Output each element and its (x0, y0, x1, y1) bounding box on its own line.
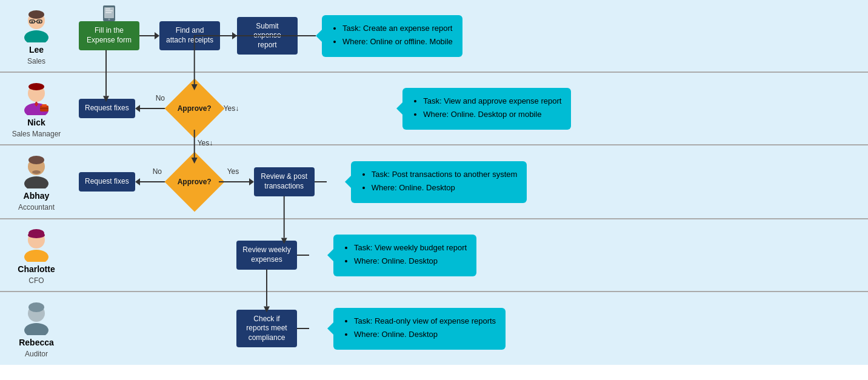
nick-decision: Approve? (170, 87, 219, 130)
nick-box1[interactable]: Request fixes (79, 99, 135, 118)
rebecca-flow: Check if reports meet compliance Task: R… (73, 292, 868, 365)
swimlane-abhay: Abhay Accountant Request fixes No Appr (0, 145, 868, 219)
svg-point-39 (24, 323, 48, 335)
actor-lee-name: Lee (29, 45, 44, 55)
nick-yes-label: Yes↓ (224, 104, 239, 113)
avatar-rebecca (18, 299, 55, 335)
lee-arrow1 (139, 32, 159, 39)
svg-point-34 (32, 170, 41, 174)
rebecca-box1[interactable]: Check if reports meet compliance (236, 310, 297, 348)
svg-point-38 (28, 232, 45, 238)
abhay-yes-label: Yes (225, 167, 242, 176)
abhay-arrow-yes: Yes (219, 178, 254, 185)
svg-point-33 (28, 156, 44, 164)
rebecca-arrow1 (297, 328, 309, 329)
abhay-box1[interactable]: Request fixes (79, 172, 135, 192)
avatar-charlotte (18, 225, 55, 262)
nick-callout: Task: View and approve expense report Wh… (402, 88, 571, 130)
charlotte-box1[interactable]: Review weekly expenses (236, 241, 297, 269)
actor-charlotte-role: CFO (28, 276, 44, 285)
avatar-lee (18, 6, 55, 42)
actor-charlotte: Charlotte CFO (0, 219, 73, 291)
avatar-abhay (18, 152, 55, 188)
svg-rect-29 (42, 104, 47, 107)
actor-nick-role: Sales Manager (12, 130, 61, 138)
nick-flow: Request fixes No Approve? Yes↓ (73, 75, 868, 142)
lee-box3[interactable]: Submit expense report (237, 17, 298, 55)
abhay-arrow3 (315, 181, 327, 182)
actor-abhay-role: Accountant (18, 203, 55, 212)
svg-point-10 (24, 30, 48, 42)
charlotte-arrow1 (297, 255, 309, 256)
svg-point-27 (28, 83, 44, 90)
abhay-no-label: No (150, 167, 164, 176)
nick-no-label: No (153, 94, 167, 102)
actor-charlotte-name: Charlotte (18, 264, 55, 274)
svg-point-35 (24, 250, 48, 262)
avatar-nick (18, 79, 55, 115)
abhay-box2[interactable]: Review & post transactions (254, 167, 315, 196)
actor-lee-role: Sales (27, 57, 45, 65)
actor-nick: Nick Sales Manager (0, 73, 73, 144)
charlotte-callout: Task: View weekly budget report Where: O… (333, 235, 476, 276)
svg-point-17 (39, 21, 41, 23)
lee-arrow2 (220, 32, 237, 39)
abhay-flow: Request fixes No Approve? Yes (73, 145, 868, 218)
abhay-decision: Approve? (170, 161, 219, 203)
swimlane-rebecca: Rebecca Auditor Check if reports meet co… (0, 292, 868, 365)
svg-rect-21 (105, 8, 110, 10)
actor-lee: Lee Sales (0, 0, 73, 72)
lee-box2[interactable]: Find and attach receipts (159, 21, 220, 50)
lee-flow: Fill in the Expense form Find and attach… (73, 2, 868, 69)
abhay-callout: Task: Post transactions to another syste… (351, 161, 527, 203)
svg-point-20 (109, 19, 110, 21)
lee-callout: Task: Create an expense report Where: On… (322, 15, 462, 57)
swimlane-nick: Nick Sales Manager Request fixes No Ap (0, 73, 868, 145)
charlotte-flow: Review weekly expenses Task: View weekly… (73, 222, 868, 288)
actor-rebecca-name: Rebecca (19, 338, 54, 347)
tablet-icon (100, 4, 118, 22)
actor-abhay: Abhay Accountant (0, 146, 73, 218)
diagram-wrapper: Yes↓ Lee Sales (0, 0, 868, 365)
swimlane-lee: Lee Sales (0, 0, 868, 73)
svg-rect-23 (105, 12, 112, 13)
svg-point-31 (24, 176, 48, 188)
swimlane-charlotte: Charlotte CFO Review weekly expenses T (0, 219, 868, 292)
lee-box1[interactable]: Fill in the Expense form (79, 21, 139, 50)
svg-point-41 (28, 302, 44, 312)
svg-rect-22 (105, 10, 113, 12)
actor-nick-name: Nick (27, 118, 45, 127)
rebecca-callout: Task: Read-only view of expense reports … (333, 308, 506, 350)
svg-point-12 (28, 10, 44, 19)
actor-rebecca-role: Auditor (25, 350, 48, 358)
actor-rebecca: Rebecca Auditor (0, 293, 73, 364)
actor-abhay-name: Abhay (24, 191, 50, 201)
svg-point-16 (32, 21, 33, 23)
